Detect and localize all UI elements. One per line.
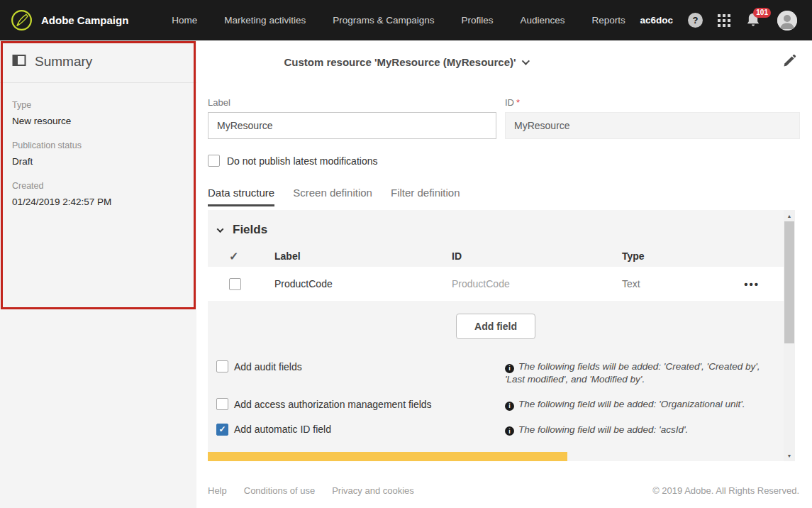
footer-links: Help Conditions of use Privacy and cooki…: [208, 485, 414, 496]
checkmark-icon: ✓: [218, 425, 226, 434]
brand-title: Adobe Campaign: [41, 14, 128, 26]
row-type: Text: [622, 278, 720, 289]
tab-screen-definition[interactable]: Screen definition: [293, 187, 372, 206]
field-label: Type: [12, 100, 184, 110]
summary-sidebar: Summary Type New resource Publication st…: [0, 40, 196, 508]
label-input[interactable]: [208, 112, 496, 139]
automatic-id-label: Add automatic ID field: [234, 424, 331, 435]
audit-fields-label: Add audit fields: [234, 361, 302, 372]
id-field-label: ID*: [505, 97, 800, 108]
user-instance-label[interactable]: ac6doc: [640, 15, 673, 26]
top-navbar: Adobe Campaign Home Marketing activities…: [0, 0, 812, 40]
automatic-id-info: iThe following field will be added: 'acs…: [505, 424, 784, 436]
notifications-bell-icon[interactable]: 101: [745, 12, 762, 29]
tab-data-structure[interactable]: Data structure: [208, 187, 274, 206]
nav-item-marketing-activities[interactable]: Marketing activities: [211, 0, 319, 40]
summary-panel-icon: [12, 53, 26, 70]
summary-field-created: Created 01/24/2019 2:42:57 PM: [12, 181, 184, 207]
footer-link-help[interactable]: Help: [208, 485, 227, 496]
adobe-campaign-logo-icon[interactable]: [11, 9, 33, 31]
info-icon: i: [505, 364, 514, 373]
nav-item-audiences[interactable]: Audiences: [506, 0, 578, 40]
row-more-actions-icon[interactable]: •••: [744, 278, 760, 290]
field-label: Publication status: [12, 140, 184, 150]
nav-item-home[interactable]: Home: [158, 0, 211, 40]
field-table-row[interactable]: ProductCode ProductCode Text •••: [208, 267, 784, 301]
access-authorization-info: iThe following field will be added: 'Org…: [505, 398, 784, 411]
id-field-group: ID* MyResource: [505, 97, 800, 139]
tab-filter-definition[interactable]: Filter definition: [391, 187, 460, 206]
summary-field-type: Type New resource: [12, 100, 184, 126]
nav-item-reports[interactable]: Reports: [579, 0, 639, 40]
definition-tabs: Data structure Screen definition Filter …: [208, 187, 812, 206]
main-content: Custom resource 'MyResource (MyResource)…: [196, 40, 812, 508]
footer-link-conditions[interactable]: Conditions of use: [244, 485, 315, 496]
add-field-wrap: Add field: [208, 314, 784, 339]
audit-fields-checkbox[interactable]: [216, 360, 228, 372]
summary-field-publication-status: Publication status Draft: [12, 140, 184, 167]
field-value: Draft: [12, 156, 184, 167]
data-structure-panel: Fields ✓ Label ID Type ProductCode Produ…: [208, 210, 795, 461]
edit-pencil-icon[interactable]: [782, 54, 796, 68]
resource-header: Custom resource 'MyResource (MyResource)…: [196, 40, 812, 83]
field-label: Created: [12, 181, 184, 191]
primary-navigation: Home Marketing activities Programs & Cam…: [158, 0, 638, 40]
resource-form: Label ID* MyResource: [208, 97, 800, 139]
resource-title: Custom resource 'MyResource (MyResource)…: [284, 56, 516, 68]
option-automatic-id: ✓ Add automatic ID field iThe following …: [216, 424, 784, 436]
scroll-up-arrow[interactable]: ▲: [784, 210, 795, 221]
field-value: 01/24/2019 2:42:57 PM: [12, 197, 184, 207]
chevron-down-icon: [522, 57, 530, 65]
row-label: ProductCode: [274, 278, 452, 289]
nav-item-programs-campaigns[interactable]: Programs & Campaigns: [319, 0, 447, 40]
nav-item-profiles[interactable]: Profiles: [447, 0, 506, 40]
help-icon[interactable]: ?: [688, 13, 703, 28]
fields-section-toggle[interactable]: Fields: [208, 210, 784, 237]
field-value: New resource: [12, 116, 184, 126]
summary-title: Summary: [35, 54, 92, 70]
do-not-publish-label: Do not publish latest modifications: [227, 155, 377, 167]
fields-section-title: Fields: [233, 223, 267, 237]
chevron-down-icon: [217, 226, 224, 233]
structure-options: Add audit fields iThe following fields w…: [216, 360, 784, 436]
scroll-down-arrow[interactable]: ▼: [784, 450, 795, 461]
summary-header: Summary: [0, 40, 196, 83]
id-readonly-field: MyResource: [505, 112, 800, 139]
automatic-id-checkbox[interactable]: ✓: [216, 424, 228, 436]
summary-body: Type New resource Publication status Dra…: [0, 83, 196, 207]
required-asterisk: *: [516, 97, 520, 108]
access-authorization-checkbox[interactable]: [216, 398, 228, 410]
panel-content: Fields ✓ Label ID Type ProductCode Produ…: [208, 210, 784, 461]
column-header-label: Label: [274, 250, 452, 262]
publish-option-row: Do not publish latest modifications: [208, 155, 812, 167]
info-icon: i: [505, 402, 514, 411]
warning-banner-partial: [208, 452, 567, 461]
select-all-check-icon[interactable]: ✓: [229, 250, 238, 263]
column-header-id: ID: [452, 250, 622, 262]
label-field-group: Label: [208, 97, 496, 139]
notification-count-badge: 101: [753, 8, 771, 18]
row-id: ProductCode: [452, 278, 622, 289]
option-audit-fields: Add audit fields iThe following fields w…: [216, 360, 784, 386]
navbar-right-cluster: ac6doc ? 101: [640, 11, 812, 31]
fields-table-header: ✓ Label ID Type: [208, 245, 784, 267]
label-field-label: Label: [208, 97, 496, 108]
app-grid-icon[interactable]: [718, 14, 730, 27]
page-footer: Help Conditions of use Privacy and cooki…: [196, 473, 812, 508]
add-field-button[interactable]: Add field: [456, 314, 535, 339]
info-icon: i: [505, 426, 514, 436]
option-access-authorization: Add access authorization management fiel…: [216, 398, 784, 411]
row-checkbox[interactable]: [229, 278, 241, 290]
copyright-text: © 2019 Adobe. All Rights Reserved.: [652, 485, 799, 496]
footer-link-privacy[interactable]: Privacy and cookies: [332, 485, 414, 496]
scroll-thumb[interactable]: [784, 221, 794, 343]
user-avatar[interactable]: [777, 11, 797, 31]
resource-title-dropdown[interactable]: Custom resource 'MyResource (MyResource)…: [284, 56, 528, 68]
audit-fields-info: iThe following fields will be added: 'Cr…: [505, 360, 784, 386]
panel-scrollbar[interactable]: ▲ ▼: [784, 210, 795, 461]
column-header-type: Type: [622, 250, 720, 262]
do-not-publish-checkbox[interactable]: [208, 155, 220, 167]
access-authorization-label: Add access authorization management fiel…: [234, 399, 432, 410]
